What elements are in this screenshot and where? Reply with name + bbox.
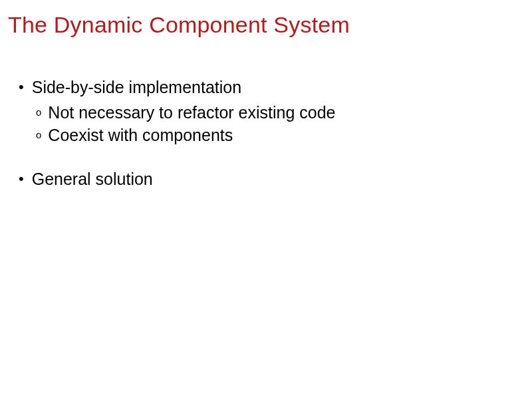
bullet-text: General solution <box>32 168 153 190</box>
subbullet-marker-icon: o <box>36 102 41 123</box>
bullet-text: Side-by-side implementation <box>32 76 241 98</box>
subbullet-item: o Coexist with components <box>36 124 524 146</box>
sublist: o Not necessary to refactor existing cod… <box>19 102 524 146</box>
slide-title: The Dynamic Component System <box>8 12 524 38</box>
slide-body: • Side-by-side implementation o Not nece… <box>8 76 524 190</box>
subbullet-marker-icon: o <box>36 124 41 146</box>
subbullet-text: Not necessary to refactor existing code <box>48 102 335 123</box>
bullet-item: • Side-by-side implementation <box>19 76 524 98</box>
bullet-item: • General solution <box>19 168 524 190</box>
bullet-marker-icon: • <box>19 168 24 190</box>
slide: The Dynamic Component System • Side-by-s… <box>0 0 532 190</box>
subbullet-text: Coexist with components <box>48 124 233 146</box>
subbullet-item: o Not necessary to refactor existing cod… <box>36 102 524 123</box>
bullet-marker-icon: • <box>19 76 24 98</box>
